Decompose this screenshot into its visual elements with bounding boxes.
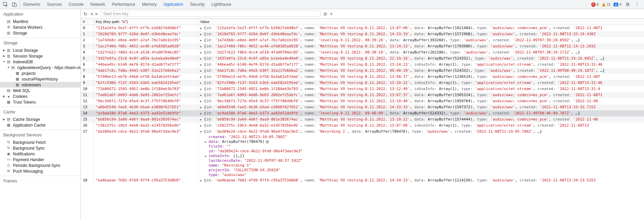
chevron-right-icon[interactable]: ▶ <box>200 105 204 110</box>
table-row[interactable]: 11"7ad62a6f-6003-4dd6-9e03-2802ef25defc"… <box>81 92 644 98</box>
chevron-right-icon[interactable]: ▶ <box>200 50 204 56</box>
delete-selected-icon[interactable]: × <box>330 11 333 17</box>
tab-elements[interactable]: Elements <box>20 0 44 9</box>
refresh-icon[interactable]: ↻ <box>84 11 88 17</box>
gear-icon: ⚙ <box>6 25 11 29</box>
chevron-right-icon[interactable]: ▶ <box>2 49 6 52</box>
tab-lighthouse[interactable]: Lighthouse <box>208 0 235 9</box>
sidebar-item-ngdexielievequery-https-team-vidieditor-vi[interactable]: ▼▤ngdexielieveQuery - https://team-vidie… <box>0 65 80 70</box>
chevron-right-icon[interactable]: ▶ <box>2 118 6 121</box>
preview-prop-name: name: <box>305 87 318 91</box>
column-header-number[interactable]: # <box>81 19 94 25</box>
preview-prop-value: 'audio/wav' <box>491 32 515 36</box>
tab-performance[interactable]: Performance <box>109 0 139 9</box>
separator: , <box>473 93 477 97</box>
property-value: ArrayBuffer(786476) <box>222 139 265 144</box>
chevron-right-icon[interactable]: ▶ <box>200 68 204 74</box>
chevron-down-icon[interactable]: ▼ <box>200 129 204 135</box>
start-from-key-input[interactable] <box>101 10 320 17</box>
sidebar-item-local-storage[interactable]: ▶▥Local Storage <box>0 47 80 53</box>
tab-network[interactable]: Network <box>87 0 109 9</box>
chevron-right-icon[interactable]: ▶ <box>200 74 204 80</box>
device-toolbar-icon[interactable] <box>10 0 19 9</box>
chevron-right-icon[interactable]: ▶ <box>200 92 204 98</box>
table-row[interactable]: 12"9ec346f1-727d-45e4-9c37-f75ff8640bf0"… <box>81 98 644 104</box>
sidebar-item-voiceovers[interactable]: ▦voiceovers <box>0 82 80 88</box>
sidebar-item-trust-tokens[interactable]: ▦Trust Tokens <box>0 99 80 105</box>
sidebar-item-cookies[interactable]: ▶●Cookies <box>0 93 80 99</box>
table-row[interactable]: 9"62fc598b-f13f-4163-b3b5-eab582d195ed"▶… <box>81 80 644 86</box>
table-row[interactable]: 13"a60d5540-fee5-4b30-b5ad-e3898f627651"… <box>81 104 644 110</box>
chevron-right-icon[interactable]: ▶ <box>200 38 204 43</box>
sidebar-item-push-messaging[interactable]: ✉Push Messaging <box>0 168 80 174</box>
sidebar-item-cache-storage[interactable]: ▶▤Cache Storage <box>0 116 80 122</box>
warning-badge[interactable]: 11 <box>602 2 611 6</box>
chevron-right-icon[interactable]: ▶ <box>200 98 204 104</box>
sidebar-item-notifications[interactable]: ◉Notifications <box>0 151 80 157</box>
table-row[interactable]: 7"4ab17c8c-7d8a-44d3-b30f-32e21fb6b6a2"▶… <box>81 68 644 74</box>
chevron-right-icon[interactable]: ▶ <box>205 140 209 144</box>
chevron-right-icon[interactable]: ▶ <box>200 86 204 92</box>
table-row[interactable]: 4"2d27c622-f86d-4cc4-a518-4fa90784ec85"▶… <box>81 49 644 56</box>
clear-object-store-icon[interactable]: ⊘ <box>323 11 327 17</box>
tab-application[interactable]: Application <box>160 0 187 9</box>
table-row[interactable]: 1"1620d783-9f77-426d-8e0f-d3bb48eaa7dc"▶… <box>81 31 644 37</box>
prev-page-icon[interactable]: ◀ <box>90 12 93 16</box>
tab-security[interactable]: Security <box>187 0 208 9</box>
chevron-right-icon[interactable]: ▶ <box>200 80 204 86</box>
chevron-right-icon[interactable]: ▶ <box>200 31 204 37</box>
sidebar-item-periodic-background-sync[interactable]: ◷Periodic Background Sync <box>0 162 80 168</box>
column-header-key[interactable]: Key (Key path: "id") <box>94 19 198 25</box>
sidebar-item-storage[interactable]: ▥Storage <box>0 30 80 36</box>
chevron-right-icon[interactable]: ▶ <box>2 54 6 58</box>
sidebar-item-service-workers[interactable]: ⚙Service Workers <box>0 24 80 30</box>
table-row[interactable]: 16"c5813f5c-10b3-4eb8-8a32-e14578356e9b"… <box>81 123 644 129</box>
chevron-right-icon[interactable]: ▶ <box>200 111 204 116</box>
settings-gear-icon[interactable]: ⚙ <box>624 2 631 7</box>
table-row[interactable]: 18"ea4baeae-7b81-47d9-97f4-c95a3753d8b8"… <box>81 177 644 183</box>
next-page-icon[interactable]: ▶ <box>95 12 98 16</box>
row-key: "1a743b8c-e0ee-4d9f-a7af-7bc7a6b1b195" <box>94 37 198 43</box>
sidebar-item-background-fetch[interactable]: ↻Background Fetch <box>0 139 80 145</box>
tab-console[interactable]: Console <box>65 0 87 9</box>
chevron-right-icon[interactable]: ▶ <box>200 56 204 62</box>
inspect-element-icon[interactable] <box>1 0 10 9</box>
table-row[interactable]: 5"3437e0fa-23c6-4c0f-a05e-bcbeba9e40e0"▶… <box>81 56 644 62</box>
chevron-right-icon[interactable]: ▶ <box>200 25 204 31</box>
table-row[interactable]: 14"ac9ad18b-07a6-4eb3-b373-aa92e51de9fb"… <box>81 110 644 116</box>
table-row[interactable]: 10"72b86672-1545-4951-be8b-1f284eb3b703"… <box>81 86 644 92</box>
sidebar-item-indexeddb[interactable]: ▼▤IndexedDB <box>0 59 80 65</box>
chevron-right-icon[interactable]: ▶ <box>200 178 204 183</box>
table-row[interactable]: 15"bb850c99-3a60-4d6f-9aa9-881e385674ac"… <box>81 116 644 123</box>
column-header-value[interactable]: Value <box>198 19 644 25</box>
chevron-down-icon[interactable]: ▼ <box>6 66 10 69</box>
table-row[interactable]: 2"1a743b8c-e0ee-4d9f-a7af-7bc7a6b1b195"▶… <box>81 37 644 43</box>
issues-badge[interactable]: ▤ 4 <box>614 2 621 6</box>
preview-prop-value: 'audio/wav' <box>491 44 515 48</box>
chevron-right-icon[interactable]: ▶ <box>200 44 204 49</box>
sidebar-item-session-storage[interactable]: ▶▥Session Storage <box>0 53 80 59</box>
table-row[interactable]: 8"5f90be13-eb7b-44b8-bf58-6a3a62e5fdab"▶… <box>81 74 644 80</box>
sidebar-item-web-sql[interactable]: ▤Web SQL <box>0 88 80 93</box>
chevron-right-icon[interactable]: ▶ <box>200 123 204 129</box>
chevron-down-icon[interactable]: ▼ <box>2 60 6 63</box>
sidebar-item-background-sync[interactable]: ↻Background Sync <box>0 145 80 151</box>
tab-memory[interactable]: Memory <box>139 0 160 9</box>
memory-inspector-icon[interactable]: ▦ <box>266 140 269 144</box>
chevron-right-icon[interactable]: ▶ <box>200 117 204 123</box>
error-badge[interactable]: ✕ 8 <box>591 2 599 7</box>
chevron-right-icon[interactable]: ▶ <box>205 154 209 158</box>
tab-sources[interactable]: Sources <box>44 0 65 9</box>
table-row[interactable]: 3"1ac2f40d-f86c-4652-ac46-efb8385ad028"▶… <box>81 43 644 49</box>
chevron-right-icon[interactable]: ▶ <box>2 95 6 98</box>
sidebar-item-sourceplayerhistory[interactable]: ▦sourcePlayerHistory <box>0 76 80 82</box>
chevron-right-icon[interactable]: ▶ <box>200 62 204 68</box>
sidebar-item-application-cache[interactable]: ▦Application Cache <box>0 122 80 128</box>
sidebar-item-manifest[interactable]: ▤Manifest <box>0 19 80 24</box>
table-row[interactable]: 0"115a1dfa-5e2f-4fff-bf7b-b2682fd448bf"▶… <box>81 25 644 31</box>
table-row[interactable]: 6"44bea45c-b140-4ef6-817d-d1ad6f7af1f7"▶… <box>81 62 644 68</box>
sidebar-item-payment-handler[interactable]: ▭Payment Handler <box>0 157 80 162</box>
more-menu-icon[interactable]: ⋮ <box>634 2 641 7</box>
table-row[interactable]: 17"da389e24-cdce-4b22-9fe8-96e4f3dac9e3"… <box>81 129 644 177</box>
sidebar-item-projects[interactable]: ▦projects <box>0 70 80 76</box>
